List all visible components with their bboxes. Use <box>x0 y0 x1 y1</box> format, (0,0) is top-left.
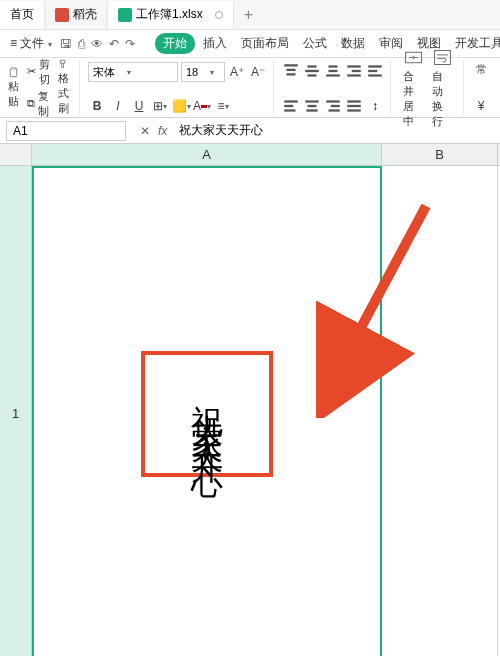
label: 剪切 <box>39 57 50 87</box>
svg-rect-9 <box>329 70 338 72</box>
clipboard-icon <box>8 67 19 78</box>
svg-rect-18 <box>284 105 293 107</box>
tab-doc1[interactable]: 稻壳 <box>45 1 108 29</box>
menu-layout[interactable]: 页面布局 <box>235 32 295 55</box>
column-headers: A B <box>0 144 500 166</box>
wrap-text-button[interactable]: 自动换行 <box>428 45 457 131</box>
align-left-button[interactable] <box>282 97 300 115</box>
scissors-icon: ✂ <box>27 65 36 78</box>
menu-insert[interactable]: 插入 <box>197 32 233 55</box>
copy-icon: ⧉ <box>27 97 35 110</box>
ribbon-toolbar: 粘贴 ✂剪切 ⧉复制 格式刷 宋体▾ 18▾ A⁺ A⁻ B I U ⊞▾ 🟨▾… <box>0 58 500 118</box>
spreadsheet-grid: A B 1 祝大家天天开心 <box>0 144 500 656</box>
cell-text: 祝大家天天开心 <box>185 379 229 449</box>
svg-rect-1 <box>12 67 16 69</box>
unsaved-indicator-icon <box>215 11 223 19</box>
tab-doc2[interactable]: 工作簿1.xlsx <box>108 1 234 29</box>
label: 自动换行 <box>432 69 453 129</box>
row-headers: 1 <box>0 166 32 656</box>
tab-label: 工作簿1.xlsx <box>136 6 203 23</box>
cancel-icon[interactable]: ✕ <box>140 124 150 138</box>
row-header-1[interactable]: 1 <box>0 166 31 656</box>
fill-color-button[interactable]: 🟨▾ <box>172 97 190 115</box>
underline-button[interactable]: U <box>130 97 148 115</box>
format-painter-button[interactable]: 格式刷 <box>54 57 73 118</box>
svg-rect-23 <box>326 100 340 102</box>
doc-icon <box>55 8 69 22</box>
font-size-select[interactable]: 18▾ <box>181 62 225 82</box>
new-tab-button[interactable]: + <box>234 6 263 24</box>
merge-icon <box>403 47 424 68</box>
print-icon[interactable]: ⎙ <box>78 37 85 51</box>
redo-icon[interactable]: ↷ <box>125 37 135 51</box>
svg-rect-3 <box>287 69 296 71</box>
align-bottom-button[interactable] <box>324 62 342 80</box>
svg-rect-24 <box>331 105 340 107</box>
font-grow-button[interactable]: A⁺ <box>228 63 246 81</box>
font-name-select[interactable]: 宋体▾ <box>88 62 178 82</box>
value: A1 <box>13 124 28 138</box>
align-top-button[interactable] <box>282 62 300 80</box>
menu-label: 文件 <box>20 36 44 50</box>
merge-center-button[interactable]: 合并居中 <box>399 45 428 131</box>
menu-formula[interactable]: 公式 <box>297 32 333 55</box>
label: 合并居中 <box>403 69 424 129</box>
font-color-button[interactable]: A▾ <box>193 97 211 115</box>
tab-label: 首页 <box>10 6 34 23</box>
document-tabs: 首页 稻壳 工作簿1.xlsx + <box>0 0 500 30</box>
svg-rect-10 <box>326 74 340 76</box>
copy-button[interactable]: ⧉复制 <box>27 89 50 119</box>
svg-rect-28 <box>347 109 361 111</box>
svg-rect-2 <box>284 64 298 66</box>
svg-rect-11 <box>347 65 361 67</box>
formula-input[interactable]: 祝大家天天开心 <box>175 122 500 139</box>
wrap-icon <box>432 47 453 68</box>
svg-rect-27 <box>347 105 361 107</box>
border-button[interactable]: ⊞▾ <box>151 97 169 115</box>
orientation-button[interactable]: ↕ <box>366 97 384 115</box>
svg-rect-14 <box>368 65 382 67</box>
paste-button[interactable]: 粘贴 <box>4 65 23 111</box>
fx-icon[interactable]: fx <box>158 124 167 138</box>
italic-button[interactable]: I <box>109 97 127 115</box>
align-middle-button[interactable] <box>303 62 321 80</box>
value: 18 <box>186 66 198 78</box>
svg-rect-30 <box>435 50 451 64</box>
value: 宋体 <box>93 65 115 80</box>
svg-rect-20 <box>305 100 319 102</box>
align-center-button[interactable] <box>303 97 321 115</box>
svg-rect-0 <box>10 68 16 76</box>
preview-icon[interactable]: 👁 <box>91 37 103 51</box>
svg-rect-26 <box>347 100 361 102</box>
cell-b1[interactable] <box>382 166 498 656</box>
svg-rect-8 <box>329 65 338 67</box>
name-box[interactable]: A1 <box>6 121 126 141</box>
font-shrink-button[interactable]: A⁻ <box>249 63 267 81</box>
menu-file[interactable]: ≡ 文件 ▾ <box>4 32 58 55</box>
select-all-corner[interactable] <box>0 144 32 165</box>
indent-increase-button[interactable] <box>366 62 384 80</box>
indent-decrease-button[interactable] <box>345 62 363 80</box>
justify-button[interactable] <box>345 97 363 115</box>
value: 祝大家天天开心 <box>179 123 263 137</box>
svg-rect-12 <box>352 70 361 72</box>
svg-rect-22 <box>306 109 317 111</box>
cell-a1[interactable]: 祝大家天天开心 <box>32 166 382 656</box>
menu-start[interactable]: 开始 <box>155 33 195 54</box>
tab-home[interactable]: 首页 <box>0 1 45 29</box>
save-icon[interactable]: 🖫 <box>60 37 72 51</box>
label: 格式刷 <box>58 71 69 116</box>
cut-button[interactable]: ✂剪切 <box>27 57 50 87</box>
phonetic-button[interactable]: ≡▾ <box>214 97 232 115</box>
bold-button[interactable]: B <box>88 97 106 115</box>
svg-rect-7 <box>308 74 317 76</box>
undo-icon[interactable]: ↶ <box>109 37 119 51</box>
svg-rect-4 <box>287 73 296 75</box>
currency-button[interactable]: ¥ <box>472 97 490 115</box>
format-general-button[interactable]: 常 <box>472 60 490 78</box>
align-right-button[interactable] <box>324 97 342 115</box>
menu-data[interactable]: 数据 <box>335 32 371 55</box>
column-header-a[interactable]: A <box>32 144 382 165</box>
column-header-b[interactable]: B <box>382 144 498 165</box>
highlight-box: 祝大家天天开心 <box>141 351 273 477</box>
